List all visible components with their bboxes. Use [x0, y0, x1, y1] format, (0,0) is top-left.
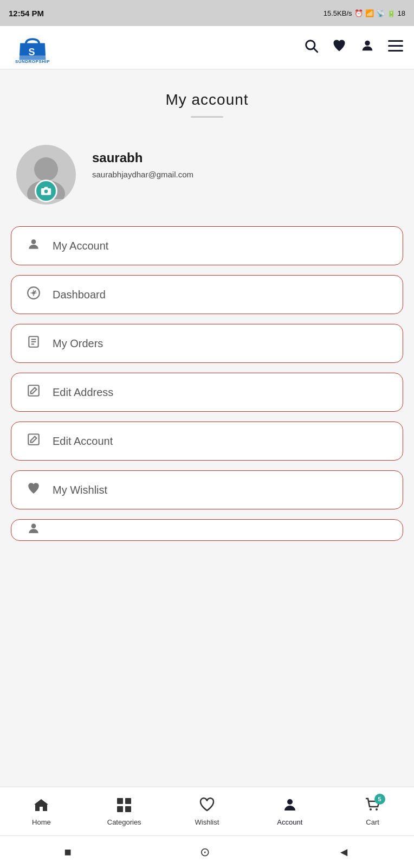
camera-button[interactable]: [35, 180, 57, 202]
battery-icon: 🔋: [387, 9, 396, 17]
status-bar: 12:54 PM 15.5KB/s ⏰ 📶 📡 🔋 18: [0, 0, 414, 26]
nav-item-cart[interactable]: 5 Cart: [331, 797, 414, 826]
svg-rect-22: [125, 798, 131, 804]
svg-point-4: [365, 41, 370, 46]
android-circle-btn[interactable]: ⊙: [200, 845, 210, 859]
svg-rect-23: [117, 806, 123, 812]
wishlist-nav-icon: [199, 797, 215, 816]
cart-badge: 5: [374, 794, 385, 805]
svg-rect-7: [388, 50, 403, 52]
header: S SUNDROPSHIP: [0, 26, 414, 69]
wifi-icon: 📡: [376, 9, 385, 17]
partial-icon: [24, 521, 43, 539]
menu-icon[interactable]: [388, 39, 403, 56]
nav-label-account: Account: [277, 818, 302, 826]
svg-rect-18: [28, 385, 39, 396]
profile-name: saurabh: [92, 150, 193, 165]
nav-item-categories[interactable]: Categories: [83, 797, 166, 826]
status-icons: 15.5KB/s ⏰ 📶 📡 🔋 18: [324, 9, 405, 17]
page-title-section: My account: [0, 69, 414, 129]
nav-label-cart: Cart: [366, 818, 379, 826]
menu-item-label: My Wishlist: [53, 484, 107, 496]
svg-point-25: [287, 799, 293, 805]
avatar-wrapper: [16, 145, 76, 205]
camera-icon: [41, 186, 51, 196]
android-square-btn[interactable]: ■: [64, 845, 71, 859]
profile-info: saurabh saurabhjaydhar@gmail.com: [92, 145, 193, 179]
svg-rect-6: [388, 45, 403, 47]
sim-icon: 📶: [365, 9, 374, 17]
page-title: My account: [11, 91, 403, 108]
search-icon[interactable]: [303, 38, 319, 57]
svg-point-20: [31, 524, 36, 528]
orders-icon: [24, 335, 43, 353]
user-icon[interactable]: [360, 38, 375, 57]
dashboard-icon: [24, 286, 43, 304]
nav-label-categories: Categories: [107, 818, 141, 826]
logo-text: SUNDROPSHIP: [15, 59, 50, 64]
logo-area: S SUNDROPSHIP: [11, 29, 54, 67]
title-divider: [191, 116, 223, 118]
heart-icon[interactable]: [332, 38, 347, 57]
menu-item-partial[interactable]: [11, 519, 403, 541]
svg-point-8: [34, 157, 58, 181]
speed-indicator: 15.5KB/s: [324, 9, 352, 17]
menu-item-edit-address[interactable]: Edit Address: [11, 373, 403, 412]
nav-item-account[interactable]: Account: [248, 797, 331, 826]
menu-item-label: Edit Address: [53, 386, 113, 399]
edit-account-icon: [24, 432, 43, 450]
menu-section: My Account Dashboard My Orders: [0, 215, 414, 541]
header-icons: [303, 38, 403, 57]
profile-email: saurabhjaydhar@gmail.com: [92, 170, 193, 179]
svg-point-13: [33, 292, 34, 293]
profile-section: saurabh saurabhjaydhar@gmail.com: [0, 129, 414, 215]
person-icon: [24, 237, 43, 255]
wishlist-icon: [24, 481, 43, 499]
svg-rect-21: [117, 798, 123, 804]
android-nav-bar: ■ ⊙ ◄: [0, 835, 414, 868]
cart-icon: 5: [365, 797, 381, 816]
menu-item-label: My Account: [53, 240, 108, 252]
nav-label-home: Home: [32, 818, 51, 826]
menu-item-my-orders[interactable]: My Orders: [11, 324, 403, 363]
svg-point-10: [44, 190, 48, 194]
svg-point-11: [31, 239, 36, 244]
android-back-btn[interactable]: ◄: [338, 845, 350, 859]
edit-address-icon: [24, 384, 43, 401]
svg-rect-5: [388, 40, 403, 42]
nav-label-wishlist: Wishlist: [195, 818, 219, 826]
status-time: 12:54 PM: [9, 9, 44, 18]
categories-icon: [116, 797, 132, 816]
menu-item-label: Dashboard: [53, 289, 106, 301]
clock-icon: ⏰: [354, 9, 363, 17]
svg-rect-24: [125, 806, 131, 812]
nav-item-home[interactable]: Home: [0, 797, 83, 826]
svg-rect-19: [28, 434, 39, 445]
nav-item-wishlist[interactable]: Wishlist: [166, 797, 249, 826]
battery-level: 18: [398, 9, 405, 17]
menu-item-label: My Orders: [53, 337, 103, 350]
logo: S SUNDROPSHIP: [11, 29, 54, 67]
menu-item-label: Edit Account: [53, 435, 113, 448]
svg-point-27: [376, 808, 378, 810]
svg-point-26: [370, 808, 372, 810]
bottom-nav: Home Categories Wishlist Account: [0, 787, 414, 835]
menu-item-my-wishlist[interactable]: My Wishlist: [11, 470, 403, 509]
logo-svg: S: [16, 31, 49, 63]
menu-item-edit-account[interactable]: Edit Account: [11, 422, 403, 461]
svg-line-3: [314, 48, 317, 52]
account-nav-icon: [282, 797, 298, 816]
menu-item-my-account[interactable]: My Account: [11, 226, 403, 265]
menu-item-dashboard[interactable]: Dashboard: [11, 275, 403, 314]
home-icon: [33, 797, 49, 816]
